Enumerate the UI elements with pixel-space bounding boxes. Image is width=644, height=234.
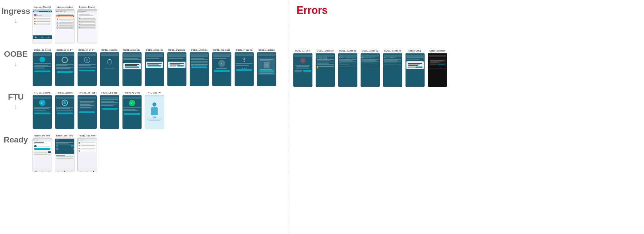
card-oobe-guide-03[interactable]: OOBE...Guide 03 My Loop won't charge — [382, 50, 403, 87]
card-oobe-ice-found[interactable]: OOBE...ice found ✓ — [211, 49, 232, 86]
ingress-label: Ingress — [1, 7, 30, 16]
card-ingress-device[interactable]: Ingress...Device Select a device — [77, 6, 98, 43]
card-oobe-turn-on-bt2[interactable]: OOBE...rn on BT_ B — [77, 49, 98, 86]
ftu-section: FTU ↓ FTU 01...uctions ◎ — [0, 89, 288, 129]
card-ftu-02-label: FTU 02...ng Hark — [77, 92, 98, 94]
card-ingress-device-thumb: Select a device — [77, 9, 97, 43]
card-oobe-guide-03-thumb: My Loop won't charge — [383, 53, 402, 87]
card-ready-ces-new2[interactable]: Ready...ces_New ALL DEVICES — [77, 134, 98, 172]
card-oobe-permissions[interactable]: OOBE...rmissions — [121, 49, 142, 86]
ingress-cards: Ingress...Channel Devices — [32, 5, 288, 43]
card-oobe-permissions2-label: OOBE...rmissions — [144, 49, 165, 51]
card-oobe-ur-device-label: OOBE...ur device — [189, 49, 210, 51]
card-oobe-permissions3[interactable]: OOBE...rmissions — [166, 49, 187, 86]
oobe-section: OOBE ↓ OOBE...gin Setup — [0, 46, 288, 86]
card-ftu-01b-label: FTU 01...uctions — [54, 92, 75, 94]
card-oobe-begin-setup[interactable]: OOBE...gin Setup — [32, 49, 53, 86]
card-ftu-03[interactable]: FTU 03...k Sleep — [99, 92, 120, 129]
errors-screens-container: OOBE 07: Error ✕ — [288, 50, 644, 87]
card-oobe-turn-on-bt2-label: OOBE...rn on BT_ — [77, 49, 98, 51]
card-oobe-guide-02-label: OOBE...Guide 02 — [360, 50, 381, 52]
card-oobe-07-error[interactable]: OOBE 07: Error ✕ — [292, 50, 313, 87]
card-ftu-07-frv[interactable]: FTU 07: FRV FRV — [144, 92, 165, 129]
card-oobe-ice-found-thumb: ✓ — [212, 52, 232, 86]
card-ingress-channel-label: Ingress...Channel — [32, 6, 53, 8]
card-oobe-begin-setup-thumb — [33, 52, 52, 86]
ftu-label: FTU — [8, 92, 24, 102]
card-ready-ces-new[interactable]: Ready...ces_New JANINE — [54, 134, 75, 172]
card-oobe-ur-device-thumb — [190, 52, 209, 86]
card-oobe-turn-on-bt-thumb — [55, 52, 74, 86]
card-ftu-02-thumb — [77, 95, 97, 129]
card-cancel-setup-thumb — [405, 53, 425, 87]
card-oobe-permissions-thumb — [122, 52, 142, 86]
ftu-cards: FTU 01...uctions ◎ — [32, 91, 288, 129]
card-ingress-selection-thumb: Select device type — [55, 9, 74, 43]
card-ftu-07-frv-thumb: FRV — [145, 95, 164, 129]
card-ftu-01-thumb: ◎ — [33, 95, 52, 129]
ingress-arrow: ↓ — [14, 17, 18, 24]
card-ftu-02[interactable]: FTU 02...ng Hark — [77, 92, 98, 129]
card-oobe-ur-device[interactable]: OOBE...ur device — [189, 49, 210, 86]
card-oobe-connecting-thumb — [100, 52, 119, 86]
card-oobe-turn-on-bt-label: OOBE...rn on BT — [54, 49, 75, 51]
card-oobe-turn-on-bt2-thumb: B — [77, 52, 97, 86]
card-oobe-guide-00[interactable]: OOBE...Guide 00 Troubleshooting — [315, 50, 336, 87]
card-ftu-06[interactable]: FTU 06: All Done ✓ — [121, 92, 142, 129]
card-ingress-channel[interactable]: Ingress...Channel Devices — [32, 6, 53, 43]
card-ingress-selection-label: Ingress...election — [54, 6, 75, 8]
card-oobe-guide-01-label: OOBE...Guide 01 — [337, 50, 358, 52]
card-ready-ces-new2-thumb: ALL DEVICES — [77, 138, 97, 172]
card-ready-ces-new-label: Ready...ces_New — [54, 134, 75, 137]
errors-panel: Errors OOBE 07: Error ✕ — [288, 0, 644, 234]
ingress-section: Ingress ↓ Ingress...Channel Devices — [0, 3, 288, 43]
card-oobe-connecting-label: OOBE...nnecting — [99, 49, 120, 51]
card-ready-ces-new-thumb: JANINE — [55, 138, 74, 172]
card-ready-home-label: Ready...me card — [32, 134, 53, 137]
card-setup-cancelled[interactable]: Setup Cancelled — [427, 50, 448, 87]
card-oobe-permissions3-thumb — [167, 52, 187, 86]
card-oobe-permissions-label: OOBE...rmissions — [121, 49, 142, 51]
card-oobe-ice-found-label: OOBE...ice found — [211, 49, 232, 51]
oobe-cards: OOBE...gin Setup OOBE...rn on BT — [32, 48, 288, 86]
svg-point-0 — [244, 61, 244, 62]
card-oobe-begin-setup-label: OOBE...gin Setup — [32, 49, 53, 51]
card-ftu-06-thumb: ✓ — [122, 95, 142, 129]
card-ready-home[interactable]: Ready...me card FOR YOU — [32, 134, 53, 172]
card-ready-home-thumb: FOR YOU — [33, 138, 52, 172]
card-ingress-device-label: Ingress...Device — [77, 6, 98, 8]
card-oobe-turn-on-bt[interactable]: OOBE...rn on BT — [54, 49, 75, 86]
card-ftu-01b-thumb — [55, 95, 74, 129]
card-oobe-connecting[interactable]: OOBE...nnecting — [99, 49, 120, 86]
card-oobe-07-error-label: OOBE 07: Error — [292, 50, 313, 52]
ready-section: Ready Ready...me card FOR YOU — [0, 132, 288, 172]
card-oobe-fi-pairing-thumb — [234, 52, 254, 86]
card-oobe-guide-01[interactable]: OOBE...Guide 01 My phone is unable to co… — [337, 50, 358, 87]
card-oobe-1-screen-label: OOBE 1...screen — [256, 49, 277, 51]
card-cancel-setup[interactable]: Cancel Setup — [404, 50, 425, 87]
ready-label: Ready — [4, 135, 28, 144]
ready-cards: Ready...me card FOR YOU — [32, 134, 288, 172]
card-oobe-guide-01-thumb: My phone is unable to connect — [338, 53, 358, 87]
ftu-arrow: ↓ — [14, 103, 18, 110]
card-oobe-1-screen[interactable]: OOBE 1...screen ◎ — [256, 49, 277, 86]
card-oobe-permissions3-label: OOBE...rmissions — [166, 49, 187, 51]
oobe-label: OOBE — [4, 50, 28, 59]
card-ftu-03-thumb — [100, 95, 119, 129]
card-ingress-selection[interactable]: Ingress...election Select device type — [54, 6, 75, 43]
oobe-arrow: ↓ — [14, 60, 18, 67]
card-ftu-06-label: FTU 06: All Done — [121, 92, 142, 94]
card-oobe-guide-00-thumb: Troubleshooting — [316, 53, 335, 87]
card-ftu-03-label: FTU 03...k Sleep — [99, 92, 120, 94]
card-oobe-permissions2-thumb — [145, 52, 164, 86]
card-oobe-07-error-thumb: ✕ — [293, 53, 313, 87]
card-ftu-01b[interactable]: FTU 01...uctions — [54, 92, 75, 129]
card-oobe-permissions2[interactable]: OOBE...rmissions — [144, 49, 165, 86]
card-ftu-07-frv-label: FTU 07: FRV — [144, 92, 165, 94]
card-setup-cancelled-label: Setup Cancelled — [427, 50, 448, 52]
card-oobe-guide-02[interactable]: OOBE...Guide 02 My Loop doesn't turn on — [360, 50, 381, 87]
card-oobe-fi-pairing[interactable]: OOBE...Fi pairing — [234, 49, 255, 86]
card-oobe-guide-00-label: OOBE...Guide 00 — [315, 50, 336, 52]
card-oobe-guide-03-label: OOBE...Guide 03 — [382, 50, 403, 52]
card-ftu-01[interactable]: FTU 01...uctions ◎ — [32, 92, 53, 129]
